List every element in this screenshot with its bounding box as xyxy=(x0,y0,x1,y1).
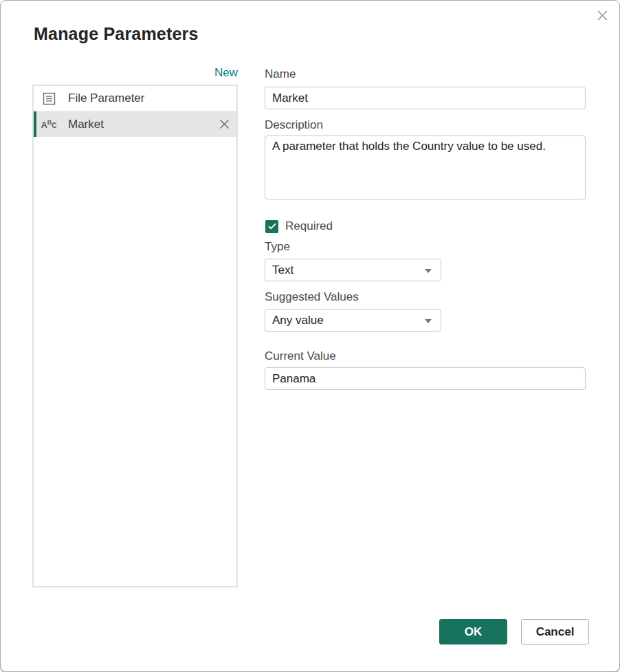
page-title: Manage Parameters xyxy=(34,24,199,44)
suggested-values-label: Suggested Values xyxy=(265,290,359,304)
required-label: Required xyxy=(285,219,333,233)
description-input[interactable]: A parameter that holds the Country value… xyxy=(265,136,586,199)
name-input[interactable] xyxy=(265,87,586,109)
suggested-values-dropdown[interactable]: Any value xyxy=(265,309,441,332)
parameter-row-file-parameter[interactable]: File Parameter xyxy=(34,86,236,111)
type-dropdown[interactable]: Text xyxy=(265,259,441,281)
description-label: Description xyxy=(265,118,323,132)
abc-type-icon: ABC xyxy=(41,118,56,130)
name-label: Name xyxy=(265,67,296,81)
type-label: Type xyxy=(265,240,290,254)
chevron-down-icon xyxy=(425,269,432,273)
ok-button[interactable]: OK xyxy=(439,619,507,644)
required-checkbox[interactable]: Required xyxy=(265,219,333,233)
cancel-button[interactable]: Cancel xyxy=(521,619,589,644)
close-icon[interactable] xyxy=(594,7,610,23)
delete-parameter-icon[interactable] xyxy=(217,118,231,131)
parameter-name: File Parameter xyxy=(68,91,144,105)
checkmark-icon xyxy=(265,220,278,233)
current-value-label: Current Value xyxy=(265,349,336,363)
suggested-values-dropdown-value: Any value xyxy=(272,314,324,327)
new-parameter-link[interactable]: New xyxy=(32,66,238,80)
chevron-down-icon xyxy=(425,319,432,323)
parameter-row-market[interactable]: ABC Market xyxy=(34,111,236,137)
manage-parameters-dialog: Manage Parameters New File Parameter ABC… xyxy=(0,0,620,672)
document-lines-icon xyxy=(41,92,56,105)
parameter-list: File Parameter ABC Market xyxy=(32,85,238,587)
current-value-input[interactable] xyxy=(265,367,586,390)
parameter-name: Market xyxy=(68,118,104,131)
type-dropdown-value: Text xyxy=(272,263,294,277)
